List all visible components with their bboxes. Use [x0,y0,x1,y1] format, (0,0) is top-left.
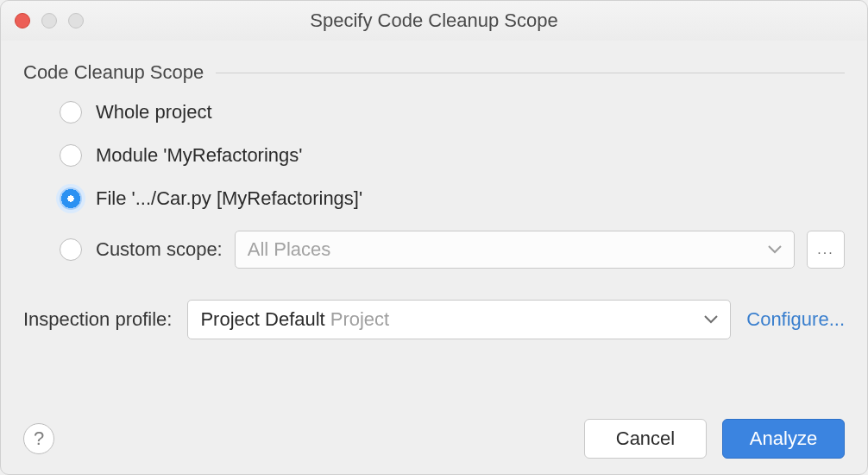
profile-secondary: Project [330,308,389,331]
group-title: Code Cleanup Scope [23,61,204,84]
configure-link[interactable]: Configure... [746,308,845,331]
cancel-button[interactable]: Cancel [584,419,707,459]
profile-primary: Project Default [200,308,324,331]
analyze-button[interactable]: Analyze [722,419,845,459]
radio-icon [60,238,82,261]
button-label: Analyze [750,428,817,450]
browse-button[interactable]: ... [807,231,845,269]
group-header: Code Cleanup Scope [23,61,845,84]
dialog-footer: ? Cancel Analyze [23,419,845,459]
separator [216,73,845,73]
radio-selected-icon [60,187,82,210]
radio-label: Module 'MyRefactorings' [96,144,303,167]
dialog-window: Specify Code Cleanup Scope Code Cleanup … [0,0,868,475]
radio-label: Custom scope: [96,238,223,261]
inspection-profile-label: Inspection profile: [23,308,172,331]
radio-file[interactable]: File '.../Car.py [MyRefactorings]' [60,187,845,210]
radio-label: Whole project [96,101,212,124]
chevron-down-icon [704,315,718,324]
radio-label: File '.../Car.py [MyRefactorings]' [96,187,362,210]
custom-scope-select[interactable]: All Places [235,231,795,269]
button-label: Cancel [616,428,675,450]
radio-custom-row: Custom scope: All Places ... [60,231,845,269]
titlebar: Specify Code Cleanup Scope [1,1,867,41]
action-buttons: Cancel Analyze [584,419,845,459]
ellipsis-icon: ... [817,242,833,257]
help-button[interactable]: ? [23,423,54,454]
window-title: Specify Code Cleanup Scope [1,10,867,32]
scope-radio-group: Whole project Module 'MyRefactorings' Fi… [23,101,845,269]
inspection-profile-select[interactable]: Project Default Project [187,300,731,339]
select-value: All Places [248,238,331,261]
content-area: Code Cleanup Scope Whole project Module … [1,41,867,474]
radio-custom-scope[interactable]: Custom scope: [60,238,223,261]
radio-icon [60,144,82,167]
radio-icon [60,101,82,124]
inspection-profile-row: Inspection profile: Project Default Proj… [23,300,845,339]
help-icon: ? [34,428,44,450]
radio-whole-project[interactable]: Whole project [60,101,845,124]
chevron-down-icon [768,245,782,254]
radio-module[interactable]: Module 'MyRefactorings' [60,144,845,167]
